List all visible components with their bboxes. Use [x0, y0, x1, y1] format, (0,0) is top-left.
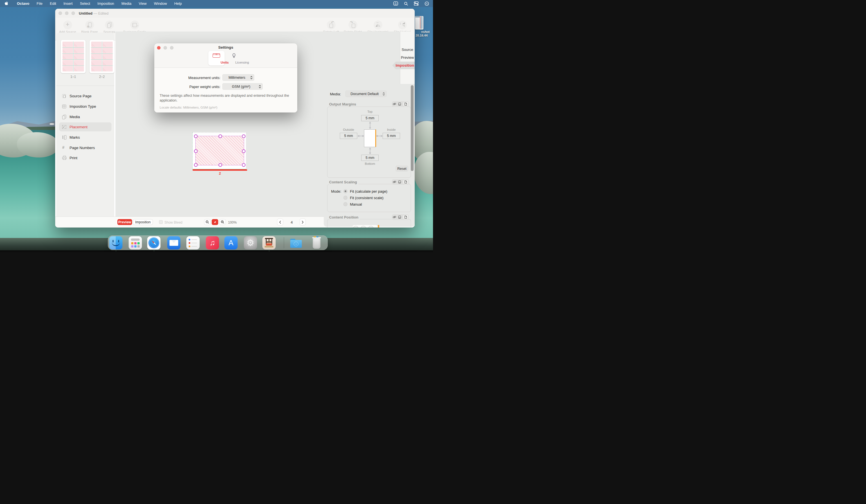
- inspector-scrollbar[interactable]: [411, 85, 413, 171]
- position-highlight-bar: [378, 225, 379, 228]
- menu-media[interactable]: Media: [118, 0, 135, 7]
- dock-mail-icon[interactable]: [167, 236, 180, 250]
- menu-imposition[interactable]: Imposition: [94, 0, 118, 7]
- margin-bottom-field[interactable]: 5 mm: [361, 155, 379, 161]
- zoom-out-button[interactable]: [204, 219, 211, 225]
- zoom-button[interactable]: [71, 12, 75, 15]
- menu-bar: Octavo File Edit Insert Select Impositio…: [0, 0, 433, 7]
- previous-page-button[interactable]: [277, 219, 283, 226]
- sources-button[interactable]: Sources: [101, 21, 118, 33]
- selection-handle[interactable]: [194, 149, 198, 153]
- window-titlebar[interactable]: Untitled — Edited: [55, 9, 415, 18]
- sheet-number: 2: [192, 171, 247, 175]
- desktop-screenshot-file[interactable]: [415, 16, 423, 30]
- search-icon[interactable]: [404, 2, 408, 5]
- tab-preview[interactable]: Preview: [400, 55, 415, 60]
- link-icon[interactable]: [393, 102, 396, 106]
- app-launcher-icon[interactable]: [393, 1, 398, 5]
- link-icon[interactable]: [393, 180, 396, 184]
- dock-music-icon[interactable]: ♫: [206, 236, 219, 250]
- page-scope-selected[interactable]: [403, 102, 408, 106]
- user-menu-icon[interactable]: [424, 1, 429, 6]
- show-bleed-checkbox[interactable]: [159, 220, 163, 224]
- thumbnail-label-2: 2–2: [90, 75, 114, 79]
- paper-weight-units-popup[interactable]: GSM (g/m²): [222, 83, 263, 90]
- page-scope-selected[interactable]: [403, 180, 408, 184]
- dock-trash-icon[interactable]: [310, 236, 323, 250]
- control-center-icon[interactable]: [414, 1, 419, 5]
- dock-reminders-icon[interactable]: [186, 236, 200, 250]
- content-position-scope-buttons[interactable]: [392, 214, 409, 220]
- selection-handle[interactable]: [242, 135, 245, 138]
- dock-downloads-folder-icon[interactable]: ↓: [289, 236, 303, 250]
- dock-system-settings-icon[interactable]: ⚙: [244, 236, 257, 250]
- sidebar-item-imposition-type[interactable]: Imposition Type: [59, 102, 111, 111]
- menu-edit[interactable]: Edit: [46, 0, 60, 7]
- menu-file[interactable]: File: [33, 0, 46, 7]
- media-popup[interactable]: Document Default: [345, 91, 387, 97]
- ruler-icon: [213, 54, 220, 58]
- menu-octavo[interactable]: Octavo: [13, 1, 33, 5]
- measurement-units-popup[interactable]: Millimeters: [222, 74, 254, 81]
- sidebar-item-media[interactable]: Media: [59, 112, 111, 121]
- settings-locale-note: Locale defaults: Millimeters, GSM (g/m²): [160, 106, 217, 109]
- radio-fit-per-page[interactable]: [343, 189, 347, 193]
- next-page-button[interactable]: [300, 219, 306, 226]
- content-scaling-title: Content Scaling: [328, 180, 358, 184]
- menu-help[interactable]: Help: [170, 0, 186, 7]
- apple-menu[interactable]: [4, 1, 8, 5]
- sidebar-item-marks[interactable]: Marks: [59, 133, 111, 142]
- selection-handle[interactable]: [194, 163, 198, 167]
- sidebar-item-print[interactable]: Print: [59, 153, 111, 162]
- sheet-thumbnail-1[interactable]: [61, 40, 86, 73]
- dock-app-store-icon[interactable]: A: [224, 236, 237, 250]
- book-icon[interactable]: [398, 180, 401, 184]
- book-icon[interactable]: [398, 102, 401, 106]
- preview-mode-button[interactable]: Preview: [118, 219, 132, 225]
- margin-diagram-page: [364, 129, 376, 147]
- tab-licensing[interactable]: Licensing: [226, 51, 242, 66]
- link-icon[interactable]: [393, 216, 396, 219]
- selection-handle[interactable]: [242, 149, 245, 153]
- placement-selection-rect[interactable]: [196, 136, 244, 165]
- tab-source[interactable]: Source: [400, 47, 415, 52]
- dock-launchpad-icon[interactable]: [129, 236, 142, 250]
- selection-handle[interactable]: [219, 135, 222, 138]
- sidebar-item-placement[interactable]: ↙ Placement: [59, 122, 111, 131]
- menu-select[interactable]: Select: [76, 0, 94, 7]
- margin-inside-field[interactable]: 5 mm: [382, 133, 400, 139]
- output-margins-scope-buttons[interactable]: [392, 101, 409, 107]
- selection-handle[interactable]: [219, 163, 222, 167]
- margin-outside-field[interactable]: 5 mm: [340, 133, 357, 139]
- margin-top-field[interactable]: 5 mm: [361, 115, 379, 121]
- close-button[interactable]: [58, 12, 62, 15]
- dock-safari-icon[interactable]: [147, 236, 160, 250]
- sheet-thumbnail-2[interactable]: [90, 40, 114, 73]
- content-scaling-scope-buttons[interactable]: [392, 179, 409, 185]
- tab-units[interactable]: Units: [208, 51, 225, 66]
- zoom-in-button[interactable]: [219, 219, 226, 225]
- page-scope-selected[interactable]: [403, 215, 408, 219]
- sidebar-item-page-numbers[interactable]: # Page Numbers: [59, 143, 111, 152]
- selection-handle[interactable]: [194, 135, 198, 138]
- imposition-mode-button[interactable]: Imposition: [133, 219, 153, 225]
- menu-insert[interactable]: Insert: [60, 0, 76, 7]
- dock-octavo-icon[interactable]: [263, 236, 276, 250]
- rotate-left-icon: ↶: [327, 21, 336, 29]
- selection-handle[interactable]: [242, 163, 245, 167]
- add-source-button[interactable]: + Add Source: [59, 21, 76, 33]
- zoom-fit-button[interactable]: [212, 219, 218, 225]
- margins-reset-button[interactable]: Reset: [396, 166, 408, 172]
- sidebar-item-source-page[interactable]: Source Page: [59, 91, 111, 100]
- radio-manual[interactable]: [343, 202, 347, 206]
- menu-view[interactable]: View: [135, 0, 150, 7]
- minimize-button[interactable]: [65, 12, 68, 15]
- blank-page-button[interactable]: ⊕ Blank Page: [80, 21, 99, 33]
- screenshot-thumbnail: [415, 16, 423, 29]
- tab-imposition-selected[interactable]: Imposition: [392, 61, 415, 69]
- dock-finder-icon[interactable]: [109, 236, 122, 250]
- menu-window[interactable]: Window: [150, 0, 170, 7]
- radio-fit-consistent[interactable]: [343, 196, 347, 200]
- current-page-number[interactable]: 4: [288, 220, 295, 225]
- book-icon[interactable]: [398, 216, 401, 219]
